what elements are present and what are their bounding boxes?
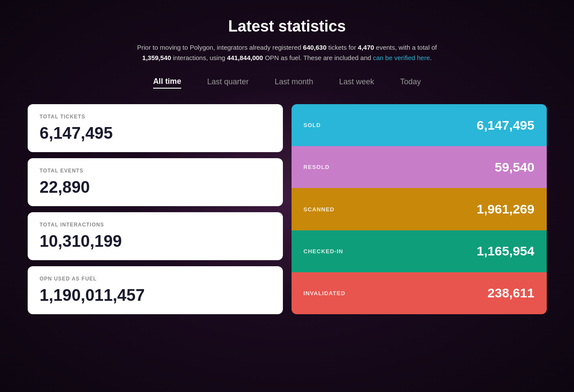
metric-checked-value: 1,165,954: [477, 244, 534, 258]
total-tickets-card: TOTAL TICKETS 6,147,495: [28, 104, 283, 152]
metrics-column: SOLD 6,147,495 RESOLD 59,540 SCANNED 1,9…: [292, 104, 547, 314]
metric-sold-row: SOLD 6,147,495: [292, 104, 547, 146]
total-events-value: 22,890: [40, 178, 271, 197]
page-header: Latest statistics Prior to moving to Pol…: [123, 17, 452, 63]
tab-last-week[interactable]: Last week: [339, 77, 374, 88]
metric-invalidated-value: 238,611: [487, 286, 534, 300]
tab-last-quarter[interactable]: Last quarter: [207, 77, 249, 88]
metric-scanned-value: 1,961,269: [477, 202, 534, 217]
metric-checked-row: CHECKED-IN 1,165,954: [292, 230, 547, 272]
opn-fuel-label: OPN USED AS FUEL: [40, 276, 271, 282]
metric-scanned-label: SCANNED: [304, 206, 335, 213]
verify-link[interactable]: can be verified here: [373, 54, 430, 61]
opn-fuel-value: 1,190,011,457: [40, 286, 271, 305]
main-content: TOTAL TICKETS 6,147,495 TOTAL EVENTS 22,…: [28, 104, 547, 314]
total-interactions-label: TOTAL INTERACTIONS: [40, 222, 271, 228]
metric-checked-label: CHECKED-IN: [304, 248, 343, 255]
metric-invalidated-label: INVALIDATED: [304, 290, 346, 296]
total-events-card: TOTAL EVENTS 22,890: [28, 158, 283, 206]
tab-today[interactable]: Today: [400, 77, 421, 88]
tab-last-month[interactable]: Last month: [275, 77, 313, 88]
metric-scanned-row: SCANNED 1,961,269: [292, 188, 547, 230]
metric-resold-value: 59,540: [495, 160, 535, 175]
tab-all-time[interactable]: All time: [153, 77, 181, 89]
total-interactions-card: TOTAL INTERACTIONS 10,310,199: [28, 212, 283, 260]
page-title: Latest statistics: [123, 17, 452, 35]
metric-resold-row: RESOLD 59,540: [292, 146, 547, 188]
total-events-label: TOTAL EVENTS: [40, 168, 271, 174]
opn-fuel-card: OPN USED AS FUEL 1,190,011,457: [28, 266, 283, 314]
total-interactions-value: 10,310,199: [40, 232, 271, 251]
total-tickets-label: TOTAL TICKETS: [40, 114, 271, 120]
header-description: Prior to moving to Polygon, integrators …: [123, 42, 452, 63]
metric-sold-label: SOLD: [304, 122, 321, 128]
metric-invalidated-row: INVALIDATED 238,611: [292, 272, 547, 314]
total-tickets-value: 6,147,495: [40, 124, 271, 143]
tab-bar: All time Last quarter Last month Last we…: [153, 77, 421, 89]
stats-column: TOTAL TICKETS 6,147,495 TOTAL EVENTS 22,…: [28, 104, 283, 314]
metric-sold-value: 6,147,495: [477, 118, 534, 133]
metric-resold-label: RESOLD: [304, 164, 330, 170]
